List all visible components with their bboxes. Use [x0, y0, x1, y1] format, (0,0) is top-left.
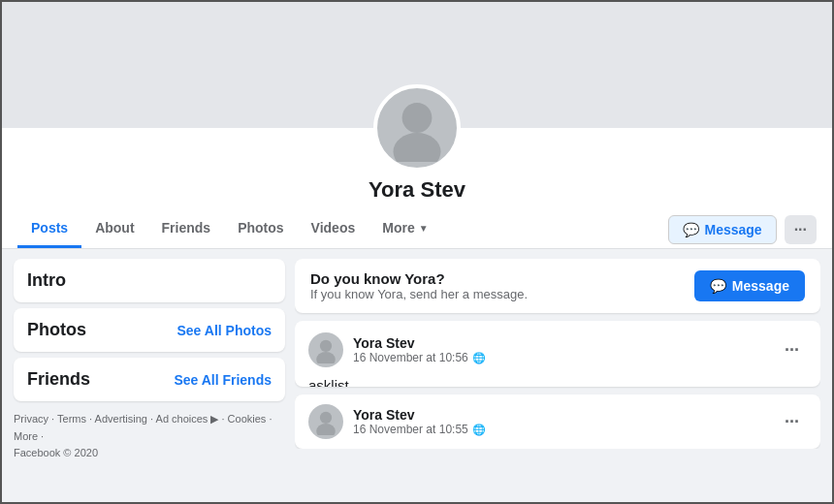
nav-tabs: Posts About Friends Photos Videos More ▼ — [17, 210, 668, 248]
messenger-icon: 💬 — [683, 222, 699, 237]
svg-point-1 — [394, 133, 441, 162]
intro-title: Intro — [27, 270, 272, 291]
tab-friends[interactable]: Friends — [148, 210, 225, 248]
friends-title: Friends — [27, 369, 90, 390]
post-avatar — [308, 332, 343, 367]
photos-card: Photos See All Photos — [14, 308, 285, 352]
see-all-friends-link[interactable]: See All Friends — [174, 372, 272, 388]
profile-name: Yora Stev — [2, 177, 832, 203]
footer-terms[interactable]: Terms — [57, 413, 86, 425]
post2-author[interactable]: Yora Stev — [353, 407, 767, 423]
know-message-button[interactable]: 💬 Message — [694, 270, 805, 301]
tab-more[interactable]: More ▼ — [369, 210, 441, 248]
footer-copyright: Facebook © 2020 — [14, 445, 285, 458]
intro-card: Intro — [14, 259, 285, 302]
footer-privacy[interactable]: Privacy — [14, 413, 48, 425]
post2-time: 16 November at 10:55 🌐 — [353, 423, 767, 436]
footer-cookies[interactable]: Cookies — [228, 413, 267, 425]
footer-links: Privacy · Terms · Advertising · Ad choic… — [14, 411, 285, 458]
post-card: Yora Stev 16 November at 10:56 🌐 ··· ask… — [295, 321, 820, 387]
photos-title: Photos — [27, 320, 86, 340]
know-title: Do you know Yora? — [310, 270, 528, 287]
know-subtitle: If you know Yora, send her a message. — [310, 287, 528, 301]
more-chevron-icon: ▼ — [419, 223, 429, 234]
globe-icon: 🌐 — [472, 352, 486, 364]
main-content: Intro Photos See All Photos Friends See … — [2, 249, 832, 458]
post2-globe-icon: 🌐 — [472, 424, 486, 436]
post-time: 16 November at 10:56 🌐 — [353, 351, 767, 364]
messenger-icon-blue: 💬 — [710, 278, 726, 294]
svg-point-0 — [402, 103, 433, 133]
right-column: Do you know Yora? If you know Yora, send… — [295, 259, 820, 449]
post2-options-button[interactable]: ··· — [777, 408, 807, 436]
post2-meta: Yora Stev 16 November at 10:55 🌐 — [353, 407, 767, 436]
nav-message-button[interactable]: 💬 Message — [668, 215, 777, 244]
post-content: asklist — [295, 373, 820, 387]
post-card-2: Yora Stev 16 November at 10:55 🌐 ··· — [295, 394, 820, 449]
tab-photos[interactable]: Photos — [224, 210, 297, 248]
post-meta: Yora Stev 16 November at 10:56 🌐 — [353, 335, 767, 364]
know-banner-text: Do you know Yora? If you know Yora, send… — [310, 270, 528, 301]
post-options-button[interactable]: ··· — [777, 336, 807, 364]
profile-header: Yora Stev Posts About Friends Photos Vid… — [2, 84, 832, 249]
footer-advertising[interactable]: Advertising — [95, 413, 147, 425]
svg-point-5 — [316, 424, 336, 435]
footer-more[interactable]: More — [14, 430, 38, 442]
tab-posts[interactable]: Posts — [17, 210, 81, 248]
nav-more-button[interactable]: ··· — [785, 215, 817, 244]
post-header: Yora Stev 16 November at 10:56 🌐 ··· — [295, 321, 820, 373]
svg-point-3 — [316, 352, 336, 363]
nav-actions: 💬 Message ··· — [668, 215, 818, 244]
tab-about[interactable]: About — [81, 210, 147, 248]
left-column: Intro Photos See All Photos Friends See … — [14, 259, 285, 449]
post-author[interactable]: Yora Stev — [353, 335, 767, 351]
post2-avatar — [308, 404, 343, 439]
friends-card: Friends See All Friends — [14, 358, 285, 401]
profile-pic-area — [2, 84, 832, 172]
footer-adchoices[interactable]: Ad choices ▶ — [156, 413, 219, 425]
photos-row: Photos See All Photos — [27, 320, 272, 340]
svg-point-4 — [320, 412, 332, 424]
see-all-photos-link[interactable]: See All Photos — [176, 323, 272, 338]
svg-point-2 — [320, 340, 332, 352]
know-banner: Do you know Yora? If you know Yora, send… — [295, 259, 820, 313]
tab-videos[interactable]: Videos — [298, 210, 369, 248]
profile-nav: Posts About Friends Photos Videos More ▼ — [2, 210, 832, 249]
profile-picture — [373, 84, 461, 172]
dots-icon: ··· — [794, 221, 807, 238]
friends-row: Friends See All Friends — [27, 369, 272, 390]
